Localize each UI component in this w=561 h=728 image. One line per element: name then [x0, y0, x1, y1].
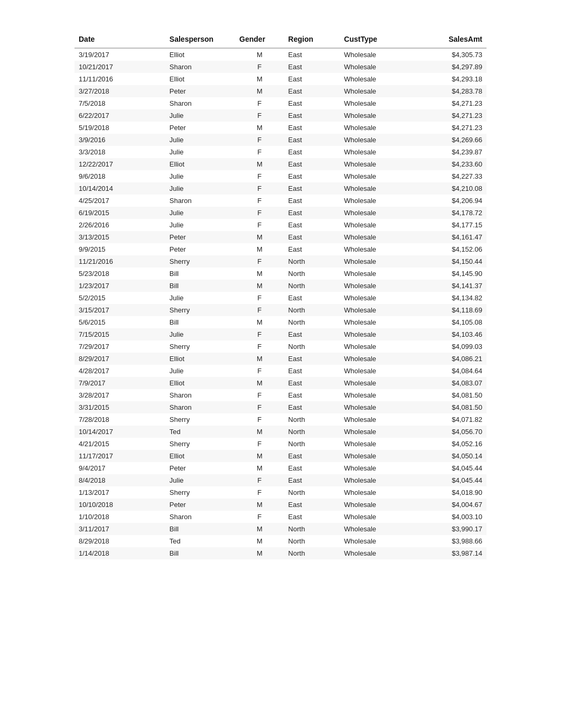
table-cell: Sharon: [165, 511, 235, 523]
table-cell: 10/14/2014: [74, 182, 165, 195]
table-cell: 9/9/2015: [74, 243, 165, 255]
table-cell: Wholesale: [340, 122, 416, 134]
table-row: 1/13/2017SherryFNorthWholesale$4,018.90: [74, 486, 487, 499]
table-cell: Wholesale: [340, 61, 416, 73]
table-row: 12/22/2017ElliotMEastWholesale$4,233.60: [74, 158, 487, 170]
table-cell: Elliot: [165, 73, 235, 85]
table-cell: $4,071.82: [417, 413, 487, 426]
table-cell: 3/3/2018: [74, 146, 165, 158]
table-cell: 8/4/2018: [74, 474, 165, 486]
header-date: Date: [74, 32, 165, 48]
header-custtype: CustType: [340, 32, 416, 48]
table-row: 6/19/2015JulieFEastWholesale$4,178.72: [74, 207, 487, 219]
table-row: 3/28/2017SharonFEastWholesale$4,081.50: [74, 389, 487, 401]
table-cell: 6/22/2017: [74, 109, 165, 122]
table-cell: $4,227.33: [417, 170, 487, 182]
header-region: Region: [284, 32, 340, 48]
table-row: 7/28/2018SherryFNorthWholesale$4,071.82: [74, 413, 487, 426]
table-cell: East: [284, 158, 340, 170]
table-cell: M: [235, 243, 284, 255]
table-cell: F: [235, 511, 284, 523]
table-cell: F: [235, 97, 284, 109]
table-row: 3/11/2017BillMNorthWholesale$3,990.17: [74, 523, 487, 535]
table-cell: East: [284, 73, 340, 85]
table-cell: East: [284, 462, 340, 474]
table-row: 3/9/2016JulieFEastWholesale$4,269.66: [74, 134, 487, 146]
table-cell: $4,283.78: [417, 85, 487, 97]
table-row: 5/23/2018BillMNorthWholesale$4,145.90: [74, 268, 487, 280]
table-cell: East: [284, 328, 340, 340]
table-cell: $4,099.03: [417, 340, 487, 353]
table-cell: 5/2/2015: [74, 292, 165, 304]
table-cell: 3/27/2018: [74, 85, 165, 97]
table-cell: $3,987.14: [417, 547, 487, 559]
table-cell: M: [235, 523, 284, 535]
table-cell: $4,239.87: [417, 146, 487, 158]
table-cell: Wholesale: [340, 340, 416, 353]
table-cell: 7/9/2017: [74, 377, 165, 389]
table-cell: $4,297.89: [417, 61, 487, 73]
table-cell: F: [235, 389, 284, 401]
table-cell: $3,990.17: [417, 523, 487, 535]
table-cell: Julie: [165, 170, 235, 182]
table-cell: F: [235, 219, 284, 231]
table-cell: $4,134.82: [417, 292, 487, 304]
table-cell: Julie: [165, 365, 235, 377]
table-row: 10/14/2014JulieFEastWholesale$4,210.08: [74, 182, 487, 195]
table-cell: Sherry: [165, 304, 235, 316]
table-row: 11/11/2016ElliotMEastWholesale$4,293.18: [74, 73, 487, 85]
table-cell: M: [235, 316, 284, 328]
table-cell: F: [235, 170, 284, 182]
table-cell: 8/29/2018: [74, 535, 165, 547]
table-cell: North: [284, 426, 340, 438]
table-cell: Julie: [165, 207, 235, 219]
table-cell: F: [235, 292, 284, 304]
table-cell: Bill: [165, 523, 235, 535]
table-cell: $4,105.08: [417, 316, 487, 328]
table-cell: Wholesale: [340, 450, 416, 462]
table-cell: Wholesale: [340, 170, 416, 182]
table-row: 3/15/2017SherryFNorthWholesale$4,118.69: [74, 304, 487, 316]
table-cell: 10/21/2017: [74, 61, 165, 73]
table-cell: Wholesale: [340, 48, 416, 61]
table-cell: Wholesale: [340, 268, 416, 280]
table-cell: Wholesale: [340, 547, 416, 559]
table-cell: F: [235, 255, 284, 268]
table-cell: F: [235, 195, 284, 207]
table-row: 9/4/2017PeterMEastWholesale$4,045.44: [74, 462, 487, 474]
table-cell: North: [284, 255, 340, 268]
table-cell: F: [235, 486, 284, 499]
table-cell: Julie: [165, 134, 235, 146]
table-cell: East: [284, 401, 340, 413]
table-cell: 6/19/2015: [74, 207, 165, 219]
table-cell: East: [284, 292, 340, 304]
table-cell: $4,083.07: [417, 377, 487, 389]
table-cell: East: [284, 85, 340, 97]
table-cell: North: [284, 547, 340, 559]
table-cell: $4,050.14: [417, 450, 487, 462]
table-cell: East: [284, 243, 340, 255]
table-row: 5/2/2015JulieFEastWholesale$4,134.82: [74, 292, 487, 304]
table-cell: $4,150.44: [417, 255, 487, 268]
table-cell: Wholesale: [340, 146, 416, 158]
table-row: 8/4/2018JulieFEastWholesale$4,045.44: [74, 474, 487, 486]
table-row: 3/27/2018PeterMEastWholesale$4,283.78: [74, 85, 487, 97]
table-cell: Julie: [165, 146, 235, 158]
table-cell: $4,293.18: [417, 73, 487, 85]
table-cell: Wholesale: [340, 158, 416, 170]
table-cell: M: [235, 158, 284, 170]
table-cell: Ted: [165, 535, 235, 547]
table-cell: $4,269.66: [417, 134, 487, 146]
table-header-row: Date Salesperson Gender Region CustType …: [74, 32, 487, 48]
table-row: 10/14/2017TedMNorthWholesale$4,056.70: [74, 426, 487, 438]
table-cell: M: [235, 48, 284, 61]
table-cell: East: [284, 170, 340, 182]
table-cell: North: [284, 486, 340, 499]
table-cell: Wholesale: [340, 523, 416, 535]
table-cell: 9/6/2018: [74, 170, 165, 182]
table-cell: East: [284, 365, 340, 377]
table-cell: F: [235, 413, 284, 426]
table-cell: East: [284, 207, 340, 219]
table-cell: Wholesale: [340, 255, 416, 268]
table-cell: Peter: [165, 231, 235, 243]
